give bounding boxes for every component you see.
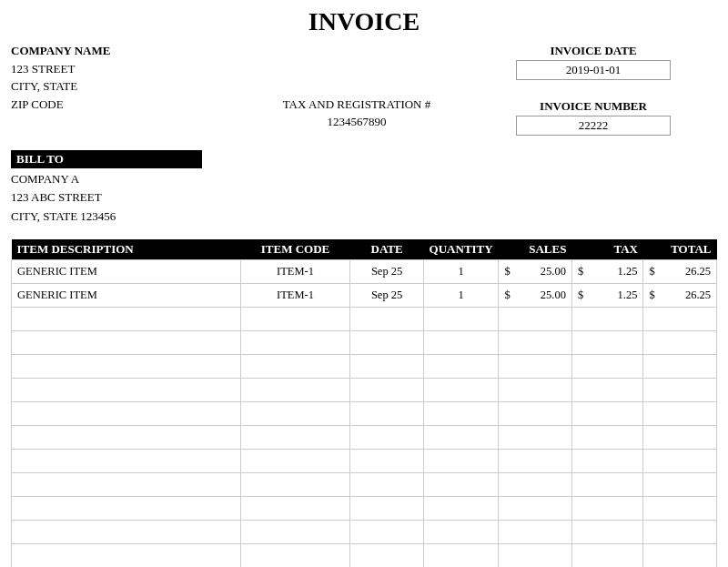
header-section: COMPANY NAME 123 STREET CITY, STATE ZIP … [11,42,717,136]
empty-cell [423,520,499,543]
empty-cell [643,378,717,401]
empty-cell [350,425,424,449]
table-row-empty [12,307,717,330]
empty-cell [423,307,499,330]
cell-code: ITEM-1 [240,283,350,307]
empty-cell [423,543,499,567]
empty-cell [499,307,572,330]
company-block: COMPANY NAME 123 STREET CITY, STATE ZIP … [11,42,238,136]
tax-reg-label: TAX AND REGISTRATION # [238,96,475,114]
company-street: 123 STREET [11,60,238,78]
empty-cell [499,449,572,472]
th-code: ITEM CODE [240,239,350,260]
th-total: TOTAL [643,239,717,260]
th-tax: TAX [571,239,642,260]
th-date: DATE [350,239,424,260]
empty-cell [643,520,717,543]
empty-cell [643,496,717,520]
empty-cell [350,378,424,401]
empty-cell [571,449,642,472]
empty-cell [12,307,241,330]
empty-cell [499,354,572,378]
empty-cell [12,425,241,449]
th-sales: SALES [499,239,572,260]
empty-cell [350,330,424,354]
empty-cell [423,330,499,354]
empty-cell [423,472,499,496]
empty-cell [643,543,717,567]
cell-total: $26.25 [643,283,717,307]
invoice-date-field[interactable]: 2019-01-01 [516,60,671,80]
empty-cell [350,543,424,567]
cell-qty: 1 [423,283,499,307]
empty-cell [571,472,642,496]
empty-cell [499,543,572,567]
invoice-date-label: INVOICE DATE [475,42,712,60]
cell-tax: $1.25 [571,283,642,307]
cell-date: Sep 25 [350,259,424,283]
empty-cell [423,496,499,520]
cell-desc: GENERIC ITEM [12,259,241,283]
empty-cell [571,543,642,567]
empty-cell [350,449,424,472]
empty-cell [350,401,424,425]
empty-cell [643,472,717,496]
empty-cell [643,354,717,378]
empty-cell [423,425,499,449]
cell-total: $26.25 [643,259,717,283]
empty-cell [12,520,241,543]
th-desc: ITEM DESCRIPTION [12,239,241,260]
cell-qty: 1 [423,259,499,283]
table-row-empty [12,520,717,543]
bill-to-body: COMPANY A 123 ABC STREET CITY, STATE 123… [11,170,717,227]
invoice-number-field[interactable]: 22222 [516,116,671,136]
th-qty: QUANTITY [423,239,499,260]
company-zip: ZIP CODE [11,96,238,114]
empty-cell [499,378,572,401]
empty-cell [423,354,499,378]
table-row-empty [12,472,717,496]
table-row-empty [12,425,717,449]
tax-reg-block: TAX AND REGISTRATION # 1234567890 [238,42,475,136]
empty-cell [643,307,717,330]
empty-cell [643,449,717,472]
table-row-empty [12,354,717,378]
empty-cell [571,354,642,378]
empty-cell [499,425,572,449]
empty-cell [240,472,350,496]
bill-to-name: COMPANY A [11,170,717,189]
empty-cell [571,496,642,520]
empty-cell [499,496,572,520]
empty-cell [643,425,717,449]
empty-cell [423,449,499,472]
empty-cell [240,425,350,449]
empty-cell [643,401,717,425]
cell-sales: $25.00 [499,283,572,307]
empty-cell [499,401,572,425]
items-header-row: ITEM DESCRIPTION ITEM CODE DATE QUANTITY… [12,239,717,260]
empty-cell [240,496,350,520]
empty-cell [571,378,642,401]
empty-cell [12,354,241,378]
empty-cell [12,543,241,567]
invoice-number-label: INVOICE NUMBER [475,97,712,116]
empty-cell [499,330,572,354]
table-row-empty [12,543,717,567]
company-city-state: CITY, STATE [11,77,238,96]
empty-cell [423,378,499,401]
empty-cell [240,354,350,378]
empty-cell [499,520,572,543]
tax-reg-value: 1234567890 [238,113,475,131]
empty-cell [240,401,350,425]
empty-cell [240,543,350,567]
empty-cell [350,307,424,330]
table-row-empty [12,401,717,425]
empty-cell [350,520,424,543]
cell-code: ITEM-1 [240,259,350,283]
empty-cell [350,496,424,520]
items-table: ITEM DESCRIPTION ITEM CODE DATE QUANTITY… [11,239,717,567]
table-row-empty [12,330,717,354]
empty-cell [240,520,350,543]
empty-cell [12,496,241,520]
empty-cell [499,472,572,496]
